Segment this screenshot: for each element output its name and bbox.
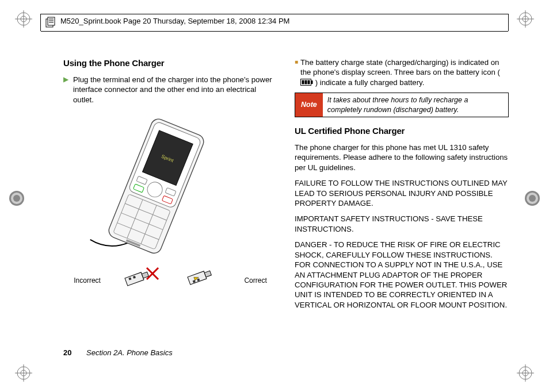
crop-mark-icon <box>517 364 534 382</box>
svg-point-18 <box>13 195 20 202</box>
crop-mark-icon <box>8 190 25 207</box>
right-column: ■ The battery charge state (charged/char… <box>295 57 509 358</box>
page-body: Using the Phone Charger ▶ Plug the termi… <box>63 57 509 358</box>
phone-charger-illustration: Sprint <box>63 112 277 263</box>
heading-using-charger: Using the Phone Charger <box>63 57 277 69</box>
step-row: ▶ Plug the terminal end of the charger i… <box>63 75 277 105</box>
svg-rect-23 <box>48 17 55 25</box>
svg-rect-59 <box>302 80 304 84</box>
bullet-text-b: ) indicate a fully charged battery. <box>315 78 425 87</box>
ul-paragraph-1: The phone charger for this phone has met… <box>295 143 509 172</box>
page-stack-icon <box>44 16 57 29</box>
svg-rect-61 <box>308 80 310 84</box>
connector-orientation-row: Incorrect <box>63 263 277 298</box>
page-number: 20 <box>63 348 71 357</box>
crop-mark-icon <box>517 10 534 28</box>
connector-incorrect-icon <box>121 263 162 298</box>
ul-paragraph-4: DANGER - TO REDUCE THE RISK OF FIRE OR E… <box>295 240 509 310</box>
battery-indicator-text: The battery charge state (charged/chargi… <box>300 57 509 88</box>
svg-rect-53 <box>204 271 211 278</box>
crop-mark-icon <box>15 10 32 28</box>
label-incorrect: Incorrect <box>74 276 101 286</box>
svg-rect-60 <box>305 80 307 84</box>
svg-point-21 <box>529 195 536 202</box>
battery-indicator-bullet: ■ The battery charge state (charged/char… <box>295 57 509 88</box>
step-text: Plug the terminal end of the charger int… <box>73 75 277 105</box>
connector-correct-icon <box>183 263 223 298</box>
heading-ul-charger: UL Certified Phone Charger <box>295 125 509 137</box>
crop-mark-icon <box>524 190 541 207</box>
ul-paragraph-3: IMPORTANT SAFETY INSTRUCTIONS - SAVE THE… <box>295 214 509 234</box>
square-bullet-icon: ■ <box>295 57 298 88</box>
left-column: Using the Phone Charger ▶ Plug the termi… <box>63 57 277 358</box>
note-box: Note It takes about three hours to fully… <box>295 93 509 117</box>
page-footer: 20 Section 2A. Phone Basics <box>63 348 173 358</box>
battery-full-icon <box>300 78 313 88</box>
crop-header: M520_Sprint.book Page 20 Thursday, Septe… <box>40 14 509 31</box>
label-correct: Correct <box>244 276 266 286</box>
crop-mark-icon <box>15 364 32 382</box>
svg-rect-58 <box>311 80 313 84</box>
section-name: Section 2A. Phone Basics <box>86 348 173 357</box>
play-arrow-icon: ▶ <box>63 75 68 105</box>
svg-rect-46 <box>125 272 144 286</box>
note-body: It takes about three hours to fully rech… <box>323 93 508 117</box>
crop-header-text: M520_Sprint.book Page 20 Thursday, Septe… <box>60 17 301 25</box>
ul-paragraph-2: FAILURE TO FOLLOW THE INSTRUCTIONS OUTLI… <box>295 178 509 208</box>
note-tag: Note <box>295 93 323 117</box>
bullet-text-a: The battery charge state (charged/chargi… <box>300 58 500 76</box>
